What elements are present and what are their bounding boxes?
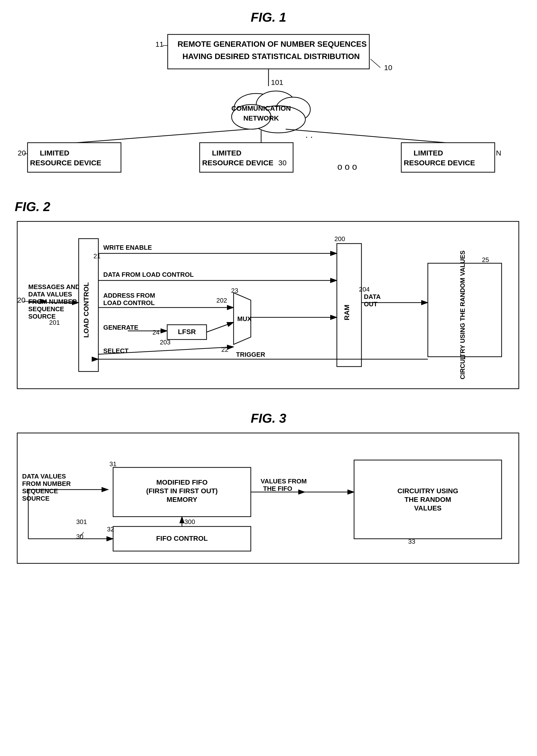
svg-line-6 bbox=[371, 59, 380, 67]
svg-text:MODIFIED FIFO: MODIFIED FIFO bbox=[156, 478, 208, 486]
fig2: FIG. 2 20 MESSAGES AND DATA VALUES FROM … bbox=[15, 199, 522, 391]
svg-text:24: 24 bbox=[152, 329, 160, 336]
svg-text:30: 30 bbox=[278, 159, 286, 167]
svg-text:22: 22 bbox=[221, 346, 228, 353]
svg-text:COMMUNICATION: COMMUNICATION bbox=[231, 105, 291, 112]
svg-text:203: 203 bbox=[160, 338, 170, 346]
svg-text:REMOTE GENERATION OF NUMBER SE: REMOTE GENERATION OF NUMBER SEQUENCES bbox=[178, 40, 367, 48]
svg-text:DATA VALUES: DATA VALUES bbox=[28, 290, 72, 298]
svg-text:LOAD CONTROL: LOAD CONTROL bbox=[103, 299, 155, 306]
svg-text:NETWORK: NETWORK bbox=[243, 114, 279, 122]
svg-text:20: 20 bbox=[18, 149, 26, 157]
svg-text:SOURCE: SOURCE bbox=[22, 495, 49, 502]
svg-text:(FIRST IN FIRST OUT): (FIRST IN FIRST OUT) bbox=[146, 487, 218, 495]
svg-text:CIRCUITRY USING THE RANDOM VAL: CIRCUITRY USING THE RANDOM VALUES bbox=[459, 250, 466, 379]
svg-text:MUX: MUX bbox=[237, 315, 252, 323]
svg-text:25: 25 bbox=[482, 256, 489, 263]
svg-text:RESOURCE DEVICE: RESOURCE DEVICE bbox=[404, 159, 475, 167]
svg-text:DATA: DATA bbox=[364, 293, 381, 300]
svg-text:TRIGGER: TRIGGER bbox=[236, 351, 265, 358]
svg-text:32: 32 bbox=[107, 525, 114, 533]
svg-text:20: 20 bbox=[17, 296, 25, 304]
svg-text:204: 204 bbox=[359, 286, 370, 293]
svg-text:FROM NUMBER: FROM NUMBER bbox=[22, 480, 71, 487]
fig1-title: FIG. 1 bbox=[251, 10, 286, 24]
svg-text:THE FIFO: THE FIFO bbox=[263, 485, 292, 492]
svg-text:MESSAGES AND: MESSAGES AND bbox=[28, 283, 80, 290]
fig3-diagram: DATA VALUES FROM NUMBER SEQUENCE SOURCE … bbox=[15, 430, 521, 566]
svg-line-16 bbox=[77, 129, 249, 143]
fig2-diagram: 20 MESSAGES AND DATA VALUES FROM NUMBER … bbox=[15, 219, 521, 391]
svg-text:OUT: OUT bbox=[364, 300, 377, 308]
fig3-title: FIG. 3 bbox=[15, 411, 522, 425]
svg-text:VALUES: VALUES bbox=[414, 504, 441, 512]
svg-text:SEQUENCE: SEQUENCE bbox=[22, 487, 58, 495]
svg-text:LIMITED: LIMITED bbox=[40, 149, 69, 157]
svg-text:DATA VALUES: DATA VALUES bbox=[22, 472, 66, 480]
svg-text:202: 202 bbox=[216, 297, 227, 304]
svg-rect-21 bbox=[27, 143, 121, 172]
fig1-diagram: REMOTE GENERATION OF NUMBER SEQUENCES HA… bbox=[15, 32, 522, 185]
svg-text:201: 201 bbox=[49, 319, 60, 326]
fig1: FIG. 1 REMOTE GENERATION OF NUMBER SEQUE… bbox=[15, 10, 522, 185]
fig2-title: FIG. 2 bbox=[15, 199, 522, 214]
svg-text:301: 301 bbox=[76, 518, 87, 525]
svg-text:SEQUENCE: SEQUENCE bbox=[28, 305, 64, 313]
svg-text:31: 31 bbox=[109, 460, 116, 468]
svg-text:THE RANDOM: THE RANDOM bbox=[404, 496, 451, 503]
svg-rect-26 bbox=[200, 143, 293, 172]
svg-text:o o o: o o o bbox=[337, 162, 357, 172]
svg-text:LFSR: LFSR bbox=[178, 328, 196, 335]
svg-text:ADDRESS FROM: ADDRESS FROM bbox=[103, 292, 155, 299]
svg-text:SELECT: SELECT bbox=[103, 347, 129, 354]
svg-text:RAM: RAM bbox=[343, 305, 351, 320]
svg-text:11: 11 bbox=[155, 40, 163, 48]
svg-text:10: 10 bbox=[384, 64, 392, 71]
svg-text:N: N bbox=[496, 149, 501, 157]
svg-text:MEMORY: MEMORY bbox=[167, 496, 197, 503]
svg-text:WRITE ENABLE: WRITE ENABLE bbox=[103, 244, 152, 251]
svg-text:LOAD CONTROL: LOAD CONTROL bbox=[82, 282, 90, 338]
svg-text:LIMITED: LIMITED bbox=[414, 149, 443, 157]
svg-text:LIMITED: LIMITED bbox=[212, 149, 241, 157]
svg-text:HAVING DESIRED STATISTICAL DIS: HAVING DESIRED STATISTICAL DISTRIBUTION bbox=[183, 52, 360, 61]
svg-rect-30 bbox=[401, 143, 495, 172]
fig3: FIG. 3 DATA VALUES FROM NUMBER SEQUENCE … bbox=[15, 411, 522, 566]
svg-text:200: 200 bbox=[334, 235, 345, 243]
svg-text:33: 33 bbox=[408, 538, 415, 545]
svg-text:FIFO CONTROL: FIFO CONTROL bbox=[156, 535, 208, 542]
svg-text:FROM NUMBER: FROM NUMBER bbox=[28, 298, 77, 305]
svg-text:300: 300 bbox=[185, 518, 195, 525]
svg-text:21: 21 bbox=[94, 252, 101, 260]
svg-text:RESOURCE DEVICE: RESOURCE DEVICE bbox=[202, 159, 273, 167]
svg-text:GENERATE: GENERATE bbox=[103, 324, 139, 331]
svg-text:VALUES FROM: VALUES FROM bbox=[261, 477, 307, 485]
svg-text:101: 101 bbox=[271, 78, 283, 86]
svg-text:DATA FROM LOAD CONTROL: DATA FROM LOAD CONTROL bbox=[103, 271, 194, 278]
svg-text:CIRCUITRY USING: CIRCUITRY USING bbox=[397, 487, 458, 495]
svg-text:RESOURCE DEVICE: RESOURCE DEVICE bbox=[30, 159, 101, 167]
